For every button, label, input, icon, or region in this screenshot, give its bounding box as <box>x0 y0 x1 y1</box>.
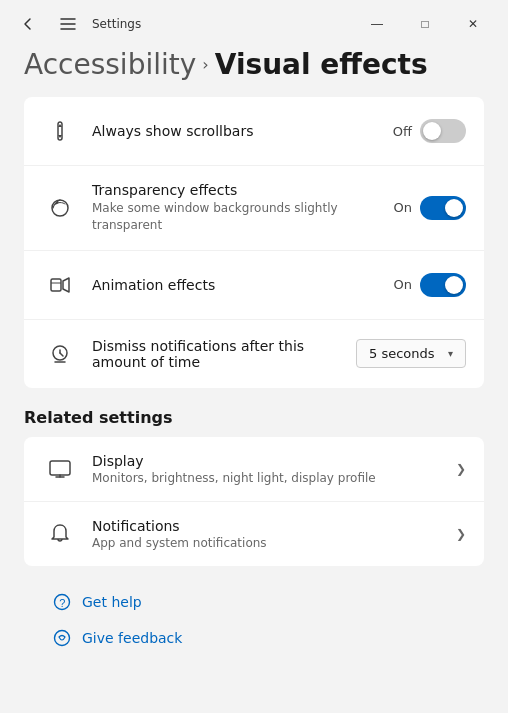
breadcrumb-parent[interactable]: Accessibility <box>24 48 196 81</box>
display-nav-row[interactable]: Display Monitors, brightness, night ligh… <box>24 437 484 502</box>
scrollbars-title: Always show scrollbars <box>92 123 393 139</box>
notifications-text: Notifications App and system notificatio… <box>92 518 456 550</box>
animation-text: Animation effects <box>92 277 394 293</box>
get-help-label: Get help <box>82 594 142 610</box>
breadcrumb-current: Visual effects <box>215 48 428 81</box>
transparency-control: On <box>394 196 466 220</box>
related-settings-card: Display Monitors, brightness, night ligh… <box>24 437 484 566</box>
get-help-link[interactable]: ? Get help <box>48 586 460 618</box>
visual-effects-card: Always show scrollbars Off <box>24 97 484 388</box>
menu-button[interactable] <box>52 8 84 40</box>
transparency-text: Transparency effects Make some window ba… <box>92 182 394 234</box>
get-help-icon: ? <box>52 592 72 612</box>
notifications-icon <box>42 516 78 552</box>
transparency-icon <box>42 190 78 226</box>
scrollbars-text: Always show scrollbars <box>92 123 393 139</box>
give-feedback-icon <box>52 628 72 648</box>
transparency-row: Transparency effects Make some window ba… <box>24 166 484 251</box>
back-button[interactable] <box>12 8 44 40</box>
minimize-button[interactable]: — <box>354 9 400 39</box>
window-controls: — □ ✕ <box>354 9 496 39</box>
dismiss-notifications-row: Dismiss notifications after this amount … <box>24 320 484 388</box>
transparency-toggle[interactable] <box>420 196 466 220</box>
transparency-toggle-label: On <box>394 200 412 215</box>
svg-text:?: ? <box>59 596 65 608</box>
animation-icon <box>42 267 78 303</box>
close-button[interactable]: ✕ <box>450 9 496 39</box>
display-chevron-icon: ❯ <box>456 462 466 476</box>
scrollbars-icon <box>42 113 78 149</box>
footer-links: ? Get help Give feedback <box>24 570 484 654</box>
window-title: Settings <box>92 17 141 31</box>
scrollbars-toggle-label: Off <box>393 124 412 139</box>
animation-toggle-track <box>420 273 466 297</box>
title-bar-left: Settings <box>12 8 141 40</box>
scrollbars-control: Off <box>393 119 466 143</box>
main-content: Always show scrollbars Off <box>0 97 508 710</box>
animation-toggle-label: On <box>394 277 412 292</box>
animation-title: Animation effects <box>92 277 394 293</box>
notifications-nav-row[interactable]: Notifications App and system notificatio… <box>24 502 484 566</box>
display-text: Display Monitors, brightness, night ligh… <box>92 453 456 485</box>
give-feedback-link[interactable]: Give feedback <box>48 622 460 654</box>
dropdown-value: 5 seconds <box>369 346 440 361</box>
related-settings-title: Related settings <box>24 408 484 427</box>
breadcrumb: Accessibility › Visual effects <box>0 44 508 97</box>
dismiss-notifications-dropdown[interactable]: 5 seconds ▾ <box>356 339 466 368</box>
transparency-title: Transparency effects <box>92 182 394 198</box>
scrollbars-toggle-track <box>420 119 466 143</box>
display-icon <box>42 451 78 487</box>
display-subtitle: Monitors, brightness, night light, displ… <box>92 471 456 485</box>
scrollbars-row: Always show scrollbars Off <box>24 97 484 166</box>
scrollbars-toggle-thumb <box>423 122 441 140</box>
animation-control: On <box>394 273 466 297</box>
give-feedback-label: Give feedback <box>82 630 182 646</box>
notifications-chevron-icon: ❯ <box>456 527 466 541</box>
dismiss-notifications-title: Dismiss notifications after this amount … <box>92 338 356 370</box>
scrollbars-toggle[interactable] <box>420 119 466 143</box>
breadcrumb-separator: › <box>202 55 208 74</box>
dismiss-notifications-icon <box>42 336 78 372</box>
svg-rect-5 <box>51 279 61 291</box>
svg-line-9 <box>60 353 63 356</box>
animation-toggle[interactable] <box>420 273 466 297</box>
notifications-title: Notifications <box>92 518 456 534</box>
transparency-toggle-track <box>420 196 466 220</box>
display-title: Display <box>92 453 456 469</box>
dismiss-notifications-text: Dismiss notifications after this amount … <box>92 338 356 370</box>
notifications-subtitle: App and system notifications <box>92 536 456 550</box>
dropdown-arrow-icon: ▾ <box>448 348 453 359</box>
svg-point-15 <box>55 630 70 645</box>
dismiss-notifications-control: 5 seconds ▾ <box>356 339 466 368</box>
transparency-subtitle: Make some window backgrounds slightly tr… <box>92 200 394 234</box>
animation-toggle-thumb <box>445 276 463 294</box>
svg-rect-10 <box>50 461 70 475</box>
transparency-toggle-thumb <box>445 199 463 217</box>
maximize-button[interactable]: □ <box>402 9 448 39</box>
title-bar: Settings — □ ✕ <box>0 0 508 44</box>
animation-row: Animation effects On <box>24 251 484 320</box>
